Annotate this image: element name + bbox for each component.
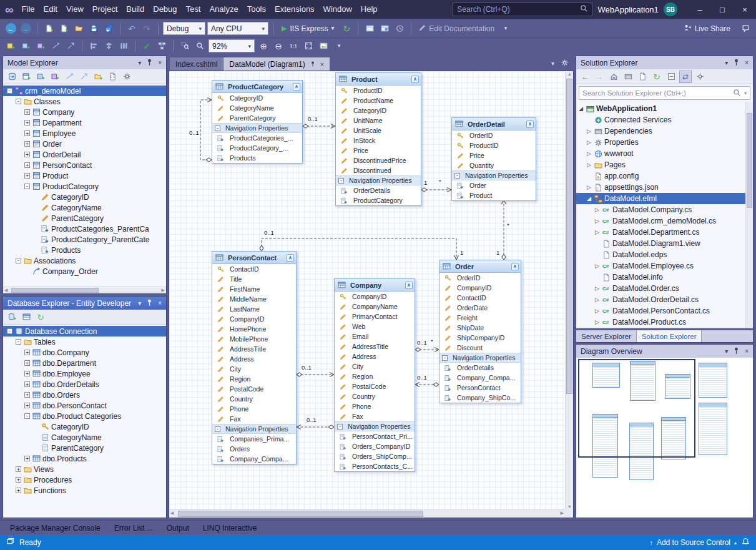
entity-field[interactable]: Discontinued — [336, 165, 421, 175]
collapse-toggle[interactable]: - — [24, 184, 30, 189]
tree-item-datamodel-order-cs[interactable]: ▷C#DataModel.Order.cs — [576, 283, 753, 294]
solution-search-input[interactable]: Search Solution Explorer (Ctrl+;) ▾ — [579, 86, 750, 100]
entity-orderdetail[interactable]: OrderDetail∧OrderIDProductIDPriceQuantit… — [451, 117, 536, 201]
entity-field[interactable]: Price — [452, 150, 536, 160]
debug-history-icon[interactable] — [393, 22, 406, 36]
sync-with-active-document-icon[interactable]: ⇄ — [679, 71, 692, 83]
entity-field[interactable]: UnitName — [336, 115, 421, 125]
tree-item-products[interactable]: Products — [3, 245, 166, 255]
entity-field[interactable]: Phone — [335, 401, 415, 411]
entity-navigation-property[interactable]: ProductCategories_... — [212, 133, 302, 143]
show-all-files-icon[interactable] — [636, 71, 649, 83]
generate-code-icon[interactable] — [106, 71, 119, 83]
navigation-properties-header[interactable]: -Navigation Properties — [212, 424, 296, 434]
tree-item-datamodel-edps[interactable]: DataModel.edps — [576, 249, 753, 260]
entity-navigation-property[interactable]: Company_Compa... — [439, 373, 521, 383]
tree-item-datamodel-diagram1-view[interactable]: DataModel.Diagram1.view — [576, 238, 753, 249]
expand-toggle[interactable]: + — [24, 403, 30, 408]
entity-field[interactable]: CategoryID — [336, 106, 421, 115]
zoom-in-icon[interactable]: ⊕ — [257, 39, 270, 53]
tree-item-appsettings-json[interactable]: ▷{}appsettings.json — [576, 182, 753, 193]
pin-icon[interactable] — [310, 60, 316, 69]
menu-tools[interactable]: Tools — [243, 0, 270, 19]
expand-toggle[interactable]: + — [24, 152, 30, 157]
entity-field[interactable]: Address — [212, 354, 296, 364]
entity-header[interactable]: Product∧ — [336, 73, 421, 86]
tree-item-productcategory[interactable]: -ProductCategory — [3, 181, 166, 192]
undo-icon[interactable]: ↶ — [125, 22, 139, 36]
entity-field[interactable]: ProductID — [452, 140, 536, 150]
zoom-region-icon[interactable] — [178, 39, 192, 53]
align-middle-icon[interactable] — [102, 39, 115, 53]
add-item-icon[interactable] — [57, 22, 71, 36]
collapse-toggle[interactable]: - — [338, 178, 344, 184]
expand-toggle[interactable]: + — [24, 360, 30, 366]
navigation-properties-header[interactable]: -Navigation Properties — [439, 353, 521, 363]
zoom-level-dropdown[interactable]: 92%▾ — [209, 39, 255, 52]
tree-item-department[interactable]: +Department — [3, 117, 166, 128]
entity-navigation-property[interactable]: PersonContact — [439, 383, 521, 393]
entity-field[interactable]: PostalCode — [212, 384, 296, 394]
document-tab-datamodel-diagram1[interactable]: DataModel (Diagram1)× — [223, 57, 330, 71]
collapse-toggle[interactable]: - — [16, 258, 21, 263]
new-file-icon[interactable] — [42, 22, 56, 36]
expand-toggle[interactable]: ▷ — [595, 308, 602, 314]
refresh-icon[interactable]: ↻ — [34, 311, 47, 323]
bottom-tab-error-list[interactable]: Error List ... — [108, 521, 159, 535]
nav-back-icon[interactable]: ← — [4, 22, 17, 36]
entity-field[interactable]: City — [212, 364, 296, 374]
tree-item-tables[interactable]: -Tables — [3, 336, 166, 347]
save-icon[interactable] — [87, 22, 101, 36]
pin-icon[interactable] — [732, 346, 740, 356]
tree-item-categoryid[interactable]: CategoryID — [3, 192, 166, 202]
entity-field[interactable]: Phone — [212, 404, 296, 414]
tree-item-productcategories-parentca[interactable]: ProductCategories_ParentCa — [3, 223, 166, 234]
tree-item-crm-demomodel[interactable]: -crm_demoModel — [3, 86, 166, 96]
collapse-toggle[interactable]: - — [337, 424, 343, 430]
tree-item-dbo-product-categories[interactable]: -dbo.Product Categories — [3, 411, 166, 421]
solution-configurations-dropdown[interactable]: Debug▾ — [163, 22, 205, 35]
tree-item-dbo-personcontact[interactable]: +dbo.PersonContact — [3, 400, 166, 411]
tree-item-dbo-orderdetails[interactable]: +dbo.OrderDetails — [3, 379, 166, 390]
menu-window[interactable]: Window — [319, 0, 356, 19]
entity-field[interactable]: ParentCategory — [212, 113, 302, 123]
add-enum-icon[interactable] — [34, 71, 47, 83]
menu-edit[interactable]: Edit — [39, 0, 62, 19]
entity-navigation-property[interactable]: Products — [212, 153, 302, 163]
expand-toggle[interactable]: ▷ — [595, 229, 602, 235]
entity-navigation-property[interactable]: PersonContacts_C... — [335, 461, 415, 471]
toolbar-overflow-icon[interactable]: ▾ — [499, 22, 513, 36]
expand-toggle[interactable]: + — [24, 120, 30, 125]
entity-navigation-property[interactable]: OrderDetails — [336, 185, 421, 195]
expand-toggle[interactable]: + — [24, 381, 30, 387]
entity-field[interactable]: CompanyID — [439, 283, 521, 293]
tree-item-dbo-orders[interactable]: +dbo.Orders — [3, 390, 166, 400]
entity-field[interactable]: PostalCode — [335, 381, 415, 391]
entity-header[interactable]: PersonContact∧ — [212, 252, 296, 264]
expand-toggle[interactable]: ▷ — [595, 218, 602, 224]
add-entity-icon[interactable] — [4, 39, 17, 53]
entity-header[interactable]: Order∧ — [439, 260, 521, 273]
add-connection-icon[interactable] — [6, 311, 18, 323]
edit-documentation-button[interactable]: Edit Documentation — [416, 24, 497, 34]
horizontal-scrollbar[interactable]: ◀▶ — [169, 509, 565, 518]
regenerate-storage-icon[interactable] — [6, 71, 18, 83]
entity-field[interactable]: ContactID — [439, 293, 521, 303]
tree-item-parentcategory[interactable]: ParentCategory — [3, 443, 166, 453]
close-icon[interactable]: × — [158, 59, 162, 66]
expand-toggle[interactable]: + — [24, 109, 30, 115]
close-tab-icon[interactable]: × — [320, 61, 324, 68]
minimize-button[interactable]: – — [689, 0, 711, 19]
entity-navigation-property[interactable]: Orders — [212, 444, 296, 454]
diagram-canvas[interactable]: 0..10..11**10..110..1*0..10..10..1Produc… — [169, 71, 565, 509]
entity-navigation-property[interactable]: ProductCategory — [336, 195, 421, 205]
collapse-toggle[interactable]: - — [7, 88, 12, 94]
add-folder-icon[interactable] — [92, 71, 104, 83]
entity-navigation-property[interactable]: Product — [452, 190, 536, 200]
entity-field[interactable]: ProductID — [336, 86, 421, 96]
nav-forward-icon[interactable]: → — [19, 22, 32, 36]
menu-test[interactable]: Test — [182, 0, 205, 19]
navigation-properties-header[interactable]: -Navigation Properties — [335, 421, 415, 431]
entity-navigation-property[interactable]: OrderDetails — [439, 363, 521, 373]
tab-list-icon[interactable]: ▾ — [551, 60, 554, 67]
